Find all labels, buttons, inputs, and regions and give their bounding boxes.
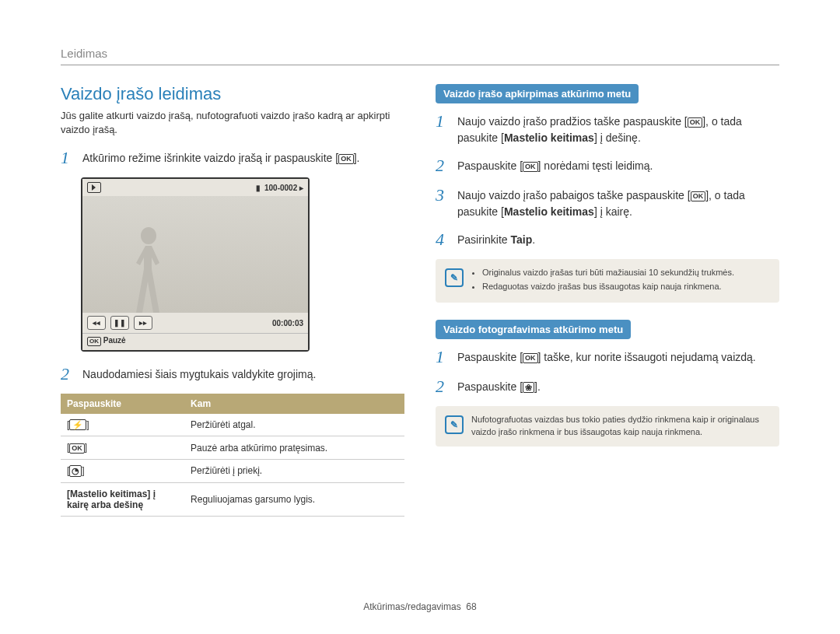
section-label: Leidimas	[61, 47, 779, 65]
sub-heading-trim: Vaizdo įrašo apkirpimas atkūrimo metu	[436, 84, 639, 103]
step-text: Atkūrimo režime išrinkite vaizdo įrašą i…	[82, 148, 359, 166]
timer-icon: ◔	[69, 465, 82, 476]
ok-icon: OK	[87, 337, 101, 346]
step-1: 1 Atkūrimo režime išrinkite vaizdo įrašą…	[61, 148, 404, 168]
counter: ▮ 100-0002 ▸	[256, 184, 303, 192]
note-icon: ✎	[445, 415, 464, 434]
step-number: 2	[436, 377, 450, 397]
r1-step3: 3 Naujo vaizdo įrašo pabaigos taške pasp…	[436, 185, 779, 220]
table-row: [Mastelio keitimas] į kairę arba dešinę …	[61, 482, 404, 516]
step-text: Paspauskite [OK] taške, kur norite išsau…	[457, 347, 756, 366]
step-text: Naudodamiesi šiais mygtukais valdykite g…	[82, 364, 316, 383]
ok-icon: OK	[69, 443, 85, 454]
main-heading: Vaizdo įrašo leidimas	[61, 84, 404, 104]
note-box: ✎ Nufotografuotas vaizdas bus tokio pati…	[436, 406, 779, 447]
step-number: 4	[436, 229, 450, 250]
note-text: Nufotografuotas vaizdas bus tokio paties…	[471, 414, 770, 439]
right-column: Vaizdo įrašo apkirpimas atkūrimo metu 1 …	[436, 84, 779, 517]
left-column: Vaizdo įrašo leidimas Jūs galite atkurti…	[61, 84, 404, 517]
player-screenshot: ▮ 100-0002 ▸ ◂◂ ❚❚ ▸▸ 00:00:03 OK Pauzė	[81, 177, 310, 351]
pause-label: Pauzė	[103, 336, 126, 345]
table-row: [⚡] Peržiūrėti atgal.	[61, 414, 404, 436]
sub-heading-capture: Vaizdo fotografavimas atkūrimo metu	[436, 320, 631, 339]
intro-text: Jūs galite atkurti vaizdo įrašą, nufotog…	[61, 109, 404, 137]
r1-step4: 4 Pasirinkite Taip.	[436, 229, 779, 250]
step-text: Pasirinkite Taip.	[457, 229, 535, 248]
r1-step2: 2 Paspauskite [OK] norėdami tęsti leidim…	[436, 156, 779, 176]
ok-icon: OK	[338, 154, 354, 164]
step-number: 2	[61, 364, 75, 384]
table-row: [OK] Pauzė arba atkūrimo pratęsimas.	[61, 436, 404, 459]
flash-icon: ⚡	[69, 419, 86, 430]
ok-icon: OK	[688, 117, 703, 128]
r1-step1: 1 Naujo vaizdo įrašo pradžios taške pasp…	[436, 111, 779, 146]
th-to: Kam	[184, 394, 404, 414]
note-text: Originalus vaizdo įrašas turi būti mažia…	[471, 267, 734, 295]
video-mode-icon	[87, 182, 101, 193]
r2-step1: 1 Paspauskite [OK] taške, kur norite išs…	[436, 347, 779, 367]
macro-icon: ❀	[523, 382, 534, 393]
step-number: 3	[436, 185, 450, 205]
note-box: ✎ Originalus vaizdo įrašas turi būti maž…	[436, 259, 779, 303]
step-number: 1	[436, 347, 450, 367]
pause-button[interactable]: ❚❚	[110, 316, 129, 330]
th-press: Paspauskite	[61, 394, 184, 414]
step-number: 1	[61, 148, 75, 168]
step-number: 2	[436, 156, 450, 176]
rewind-button[interactable]: ◂◂	[87, 316, 106, 330]
ok-icon: OK	[523, 353, 538, 363]
controls-table: Paspauskite Kam [⚡] Peržiūrėti atgal. [O…	[61, 394, 404, 517]
step-2: 2 Naudodamiesi šiais mygtukais valdykite…	[61, 364, 404, 384]
ok-icon: OK	[523, 162, 538, 172]
note-icon: ✎	[445, 268, 464, 287]
r2-step2: 2 Paspauskite [❀].	[436, 377, 779, 397]
time-display: 00:00:03	[157, 319, 303, 328]
table-row: [◔] Peržiūrėti į priekį.	[61, 459, 404, 482]
step-number: 1	[436, 111, 450, 131]
step-text: Paspauskite [❀].	[457, 377, 541, 395]
page-footer: Atkūrimas/redagavimas 68	[0, 601, 840, 612]
silhouette-figure	[125, 227, 172, 313]
step-text: Paspauskite [OK] norėdami tęsti leidimą.	[457, 156, 653, 174]
ok-icon: OK	[691, 191, 706, 201]
step-text: Naujo vaizdo įrašo pradžios taške paspau…	[457, 111, 779, 146]
forward-button[interactable]: ▸▸	[134, 316, 152, 330]
step-text: Naujo vaizdo įrašo pabaigos taške paspau…	[457, 185, 779, 220]
